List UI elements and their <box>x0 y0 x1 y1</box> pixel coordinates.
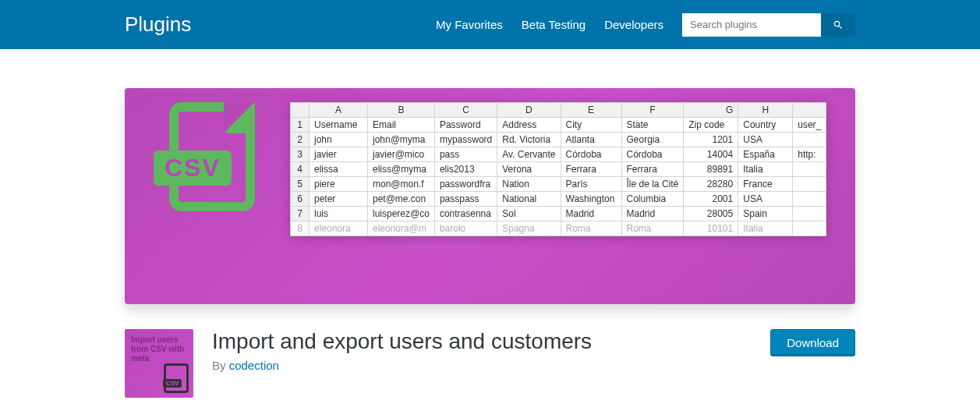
page-title: Plugins <box>125 12 191 37</box>
plugin-thumbnail: Import users from CSV with meta <box>125 329 193 398</box>
column-letters-row: A B C D E F G H <box>291 103 826 118</box>
plugin-banner: CSV A B C D E F G H 1 UsernameEmailPassw… <box>125 88 855 304</box>
csv-file-icon <box>164 363 189 393</box>
table-row: 6peterpet@me.conpasspassNationalWashingt… <box>291 192 826 207</box>
plugin-meta: Import and export users and customers By… <box>212 329 752 372</box>
table-row: 2johnjohn@mymamypasswordRd. VictoriaAtla… <box>291 133 826 147</box>
content: CSV A B C D E F G H 1 UsernameEmailPassw… <box>0 88 980 398</box>
search-wrapper <box>682 13 855 37</box>
table-row: 7luisluisperez@cocontrasennaSolMadridMad… <box>291 207 826 221</box>
header: Plugins My Favorites Beta Testing Develo… <box>0 0 980 49</box>
header-row: 1 UsernameEmailPasswordAddressCityStateZ… <box>291 118 826 133</box>
nav-developers[interactable]: Developers <box>604 18 663 31</box>
spreadsheet-preview: A B C D E F G H 1 UsernameEmailPasswordA… <box>290 102 826 236</box>
table-row: 3javierjavier@micopassAv. CervanteCórdob… <box>291 147 826 162</box>
plugin-row: Import users from CSV with meta Import a… <box>125 329 855 398</box>
plugin-author: By codection <box>212 359 752 372</box>
table-row: 4elissaeliss@mymaelis2013VeronaFerraraFe… <box>291 162 826 177</box>
author-link[interactable]: codection <box>229 359 279 372</box>
download-button[interactable]: Download <box>770 329 855 356</box>
table-row: 5pieremon@mon.fpasswordfraNationParísÎle… <box>291 177 826 192</box>
header-right: My Favorites Beta Testing Developers <box>436 13 855 37</box>
nav-links: My Favorites Beta Testing Developers <box>436 18 663 31</box>
plugin-title: Import and export users and customers <box>212 329 752 354</box>
search-button[interactable] <box>821 13 855 37</box>
csv-icon: CSV <box>157 102 267 227</box>
search-icon <box>833 19 844 30</box>
nav-favorites[interactable]: My Favorites <box>436 18 503 31</box>
search-input[interactable] <box>682 13 821 37</box>
nav-beta[interactable]: Beta Testing <box>522 18 586 31</box>
table-row: 8eleonoraeleonora@mbaroloSpagnaRomaRoma1… <box>291 221 826 236</box>
